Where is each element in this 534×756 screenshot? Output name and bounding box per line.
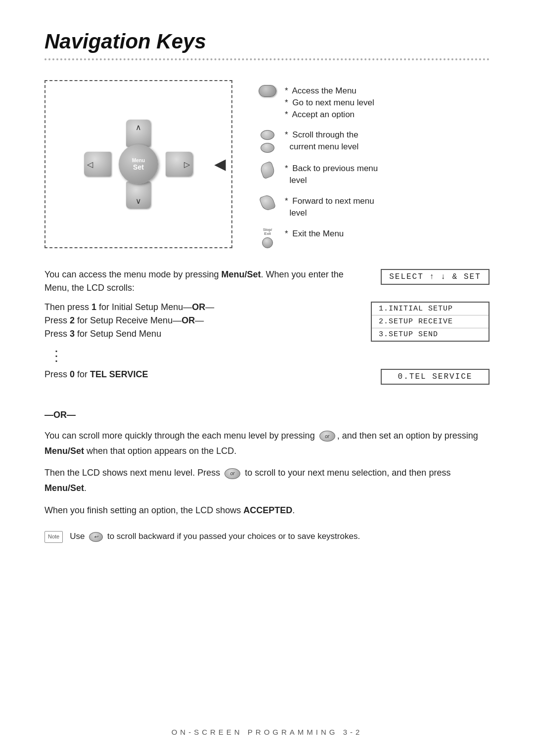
nav-pad-diagram: ∧ ∨ ◁ ▷ Menu Set: [44, 80, 232, 248]
ellipsis: ⋮: [49, 348, 490, 364]
scroll-inline-icon-1: or: [319, 431, 335, 442]
section-divider: [44, 58, 490, 60]
tel-service-text: Press 0 for TEL SERVICE: [44, 368, 366, 381]
scroll-inline-icon-2: or: [224, 468, 240, 479]
lcd-group-box: 1.INITIAL SETUP 2.SETUP RECEIVE 3.SETUP …: [371, 302, 490, 342]
dpad: ∧ ∨ ◁ ▷ Menu Set: [84, 120, 193, 209]
scroll-para-2: Then the LCD shows next menu level. Pres…: [44, 465, 490, 495]
dpad-up: ∧: [126, 120, 151, 147]
dpad-left: ◁: [84, 152, 111, 177]
menu-access-section: You can access the menu mode by pressing…: [44, 268, 490, 295]
icon-row-menu: * Access the Menu * Go to next menu leve…: [257, 85, 490, 120]
icon-row-stop: Stop/Exit * Exit the Menu: [257, 228, 490, 249]
down-arrow-icon: ∨: [135, 196, 141, 206]
up-arrow-icon: ∧: [135, 123, 141, 132]
lcd-select-box: SELECT ↑ ↓ & SET: [381, 269, 490, 285]
menu-access-text: You can access the menu mode by pressing…: [44, 268, 366, 295]
lcd-initial-setup: 1.INITIAL SETUP: [372, 303, 489, 315]
lcd-tel-service-box: 0.TEL SERVICE: [381, 369, 490, 385]
icon-desc-menu: * Access the Menu * Go to next menu leve…: [285, 85, 374, 120]
icon-row-fwd: * Forward to next menu level: [257, 195, 490, 219]
menu-set-icon: [257, 85, 278, 97]
lcd-menu-group: 1.INITIAL SETUP 2.SETUP RECEIVE 3.SETUP …: [371, 302, 490, 342]
tel-service-section: Press 0 for TEL SERVICE 0.TEL SERVICE: [44, 368, 490, 385]
note-section: Note Use ↩ to scroll backward if you pas…: [44, 530, 490, 543]
scroll-icon: [257, 129, 278, 154]
lcd-setup-receive: 2.SETUP RECEIVE: [372, 315, 489, 328]
page-content: Navigation Keys ∧ ∨ ◁ ▷: [0, 0, 534, 582]
note-text: Use ↩ to scroll backward if you passed y…: [70, 530, 360, 543]
page-title: Navigation Keys: [44, 30, 490, 53]
icon-row-scroll: * Scroll through the current menu level: [257, 129, 490, 154]
icon-row-back: * Back to previous menu level: [257, 163, 490, 186]
scroll-para-1: You can scroll more quickly through the …: [44, 428, 490, 458]
scroll-indicator: ◀: [215, 156, 225, 173]
icon-desc-stop: * Exit the Menu: [285, 228, 344, 240]
lcd-select: SELECT ↑ ↓ & SET: [381, 269, 490, 285]
menu-items-text: Then press 1 for Initial Setup Menu—OR— …: [44, 301, 356, 341]
left-arrow-icon: ◁: [87, 160, 93, 169]
dpad-right: ▷: [166, 152, 193, 177]
stop-exit-icon: Stop/Exit: [257, 228, 278, 249]
back-icon: [257, 163, 278, 178]
icon-description-list: * Access the Menu * Go to next menu leve…: [257, 80, 490, 248]
dpad-down: ∨: [126, 181, 151, 209]
icon-desc-back: * Back to previous menu level: [285, 163, 378, 186]
lcd-setup-send: 3.SETUP SEND: [372, 328, 489, 341]
icon-desc-scroll: * Scroll through the current menu level: [285, 129, 358, 153]
dpad-set-label: Set: [133, 163, 144, 171]
scroll-back-icon: ↩: [89, 532, 103, 542]
footer: ON-SCREEN PROGRAMMING 3-2: [0, 728, 534, 736]
icon-desc-fwd: * Forward to next menu level: [285, 195, 374, 219]
dpad-menu-label: Menu: [132, 158, 145, 163]
dpad-center: Menu Set: [119, 144, 158, 184]
accepted-para: When you finish setting an option, the L…: [44, 503, 490, 518]
forward-icon: [257, 195, 278, 210]
menu-items-section: Then press 1 for Initial Setup Menu—OR— …: [44, 301, 490, 342]
right-arrow-icon: ▷: [184, 160, 190, 169]
or-divider: —OR—: [44, 410, 490, 420]
note-badge: Note: [44, 531, 63, 543]
lcd-tel-service: 0.TEL SERVICE: [381, 369, 490, 385]
top-section: ∧ ∨ ◁ ▷ Menu Set: [44, 80, 490, 248]
